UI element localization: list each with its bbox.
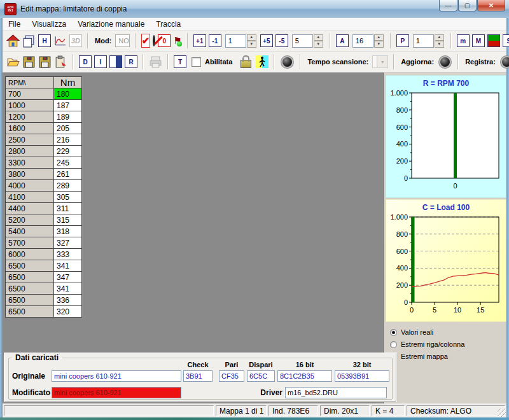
- rpm-cell[interactable]: 6000: [6, 249, 54, 260]
- rpm-cell[interactable]: 1200: [6, 111, 54, 123]
- nm-cell[interactable]: 216: [54, 134, 82, 146]
- radio-dot[interactable]: [390, 341, 397, 348]
- abilitata-checkbox[interactable]: [192, 57, 201, 67]
- rpm-cell[interactable]: 4000: [6, 180, 54, 192]
- clipboard-export-icon[interactable]: [54, 55, 67, 69]
- nm-cell[interactable]: 341: [54, 283, 82, 295]
- d-button[interactable]: D: [79, 55, 92, 68]
- nm-cell[interactable]: 180: [54, 88, 82, 100]
- minus1-button[interactable]: -1: [209, 34, 221, 47]
- step1-spinner[interactable]: 1 ▲▼: [225, 34, 256, 48]
- t-button[interactable]: T: [174, 55, 186, 68]
- h-button[interactable]: H: [38, 34, 51, 47]
- plus5-button[interactable]: +5: [260, 34, 273, 47]
- confirm-check-icon[interactable]: ✔: [141, 34, 151, 48]
- step5-up[interactable]: ▲: [314, 34, 323, 41]
- resize-grip[interactable]: [498, 409, 506, 417]
- rpm-cell[interactable]: 2500: [6, 134, 54, 146]
- nm-cell[interactable]: 205: [54, 123, 82, 134]
- nm-cell[interactable]: 305: [54, 192, 82, 203]
- step1-up[interactable]: ▲: [247, 34, 256, 41]
- rpm-cell[interactable]: 1000: [6, 100, 54, 111]
- rpm-cell[interactable]: 6500: [6, 306, 54, 318]
- nm-cell[interactable]: 289: [54, 180, 82, 192]
- i-button[interactable]: I: [94, 55, 107, 68]
- home-icon[interactable]: [6, 34, 20, 48]
- bit16-field[interactable]: 8C1C2B35: [277, 370, 332, 382]
- a-spinner[interactable]: 16 ▲▼: [352, 34, 384, 48]
- step5-down[interactable]: ▼: [314, 41, 323, 48]
- radio-dot[interactable]: [390, 329, 397, 336]
- rpm-cell[interactable]: 5400: [6, 226, 54, 237]
- step5-value[interactable]: 5: [292, 34, 313, 48]
- rpm-cell[interactable]: 4100: [6, 192, 54, 203]
- nm-cell[interactable]: 245: [54, 157, 82, 169]
- driver-field[interactable]: m16_bd52.DRU: [285, 387, 387, 398]
- flag-icon[interactable]: ⚑: [173, 34, 181, 47]
- originale-field[interactable]: mini coopers 610-921: [52, 370, 181, 382]
- rpm-cell[interactable]: 6500: [6, 295, 54, 306]
- color-range-icon[interactable]: [487, 34, 500, 47]
- check-field[interactable]: 3B91: [183, 370, 213, 382]
- p-button[interactable]: P: [396, 34, 409, 47]
- nm-cell[interactable]: 333: [54, 249, 82, 260]
- open-folder-icon[interactable]: [6, 55, 20, 69]
- a-down[interactable]: ▼: [374, 41, 384, 48]
- maximize-button[interactable]: ▢: [458, 0, 477, 11]
- rpm-cell[interactable]: 3800: [6, 169, 54, 180]
- rpm-cell[interactable]: 4400: [6, 203, 54, 214]
- radio-estremi-mappa[interactable]: Estremi mappa: [390, 353, 464, 360]
- menu-traccia[interactable]: Traccia: [150, 18, 186, 30]
- max-button[interactable]: M: [472, 34, 485, 47]
- menu-visualizza[interactable]: Visualizza: [26, 18, 72, 30]
- nm-cell[interactable]: 347: [54, 272, 82, 283]
- run-trace-icon[interactable]: [256, 55, 268, 68]
- nm-cell[interactable]: 318: [54, 226, 82, 237]
- close-button[interactable]: ✕: [477, 0, 505, 11]
- min-button[interactable]: m: [457, 34, 470, 47]
- plus1-button[interactable]: +1: [193, 34, 206, 47]
- menu-variazione-manuale[interactable]: Variazione manuale: [72, 18, 150, 30]
- p-down[interactable]: ▼: [435, 41, 444, 48]
- a-value[interactable]: 16: [352, 34, 373, 48]
- step5-spinner[interactable]: 5 ▲▼: [292, 34, 323, 48]
- rpm-cell[interactable]: 5200: [6, 214, 54, 226]
- menu-file[interactable]: File: [3, 18, 26, 30]
- rpm-cell[interactable]: 700: [6, 88, 54, 100]
- save-icon[interactable]: [22, 55, 36, 69]
- nm-cell[interactable]: 341: [54, 260, 82, 272]
- nm-cell[interactable]: 336: [54, 295, 82, 306]
- dispari-field[interactable]: 6C5C: [247, 370, 275, 382]
- minimize-button[interactable]: —: [439, 0, 457, 11]
- nm-cell[interactable]: 187: [54, 100, 82, 111]
- nm-cell[interactable]: 315: [54, 214, 82, 226]
- lock-icon[interactable]: [241, 60, 251, 68]
- r-button[interactable]: R: [125, 55, 137, 68]
- p-spinner[interactable]: 1 ▲▼: [413, 34, 444, 48]
- rpm-cell[interactable]: 3300: [6, 157, 54, 169]
- rpm-cell[interactable]: 6500: [6, 260, 54, 272]
- step1-value[interactable]: 1: [225, 34, 246, 48]
- nm-cell[interactable]: 189: [54, 111, 82, 123]
- nm-cell[interactable]: 327: [54, 237, 82, 249]
- step1-down[interactable]: ▼: [247, 41, 256, 48]
- rpm-cell[interactable]: 1600: [6, 123, 54, 134]
- no-rotate-icon[interactable]: [153, 35, 155, 46]
- bit32-field[interactable]: 05393B91: [335, 370, 389, 382]
- radio-valori-reali[interactable]: Valori reali: [390, 328, 464, 336]
- nm-cell[interactable]: 311: [54, 203, 82, 214]
- rpm-cell[interactable]: 6500: [6, 272, 54, 283]
- a-button[interactable]: A: [336, 34, 349, 47]
- p-value[interactable]: 1: [413, 34, 434, 48]
- nm-cell[interactable]: 229: [54, 146, 82, 157]
- a-up[interactable]: ▲: [374, 34, 384, 41]
- chart-2d-icon[interactable]: [53, 34, 67, 48]
- copy-pages-icon[interactable]: [22, 34, 36, 48]
- nm-cell[interactable]: 261: [54, 169, 82, 180]
- rpm-cell[interactable]: 5700: [6, 237, 54, 249]
- minus5-button[interactable]: -5: [275, 34, 288, 47]
- rpm-cell[interactable]: 6500: [6, 283, 54, 295]
- nm-cell[interactable]: 320: [54, 306, 82, 318]
- rpm-cell[interactable]: 2800: [6, 146, 54, 157]
- p-up[interactable]: ▲: [435, 34, 444, 41]
